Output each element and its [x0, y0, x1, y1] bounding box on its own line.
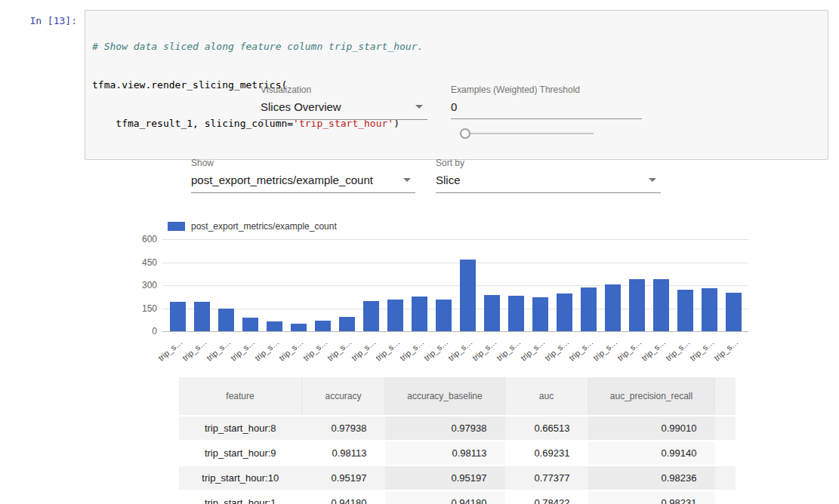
bar[interactable]: [218, 309, 234, 331]
bar[interactable]: [629, 279, 645, 331]
metric-cell: 0.99140: [588, 441, 715, 466]
table-header-row: featureaccuracyaccuracy_baselineaucauc_p…: [179, 377, 736, 416]
metric-cell: 0.1111: [715, 416, 736, 441]
column-header: auc: [505, 377, 588, 416]
legend-swatch: [168, 222, 185, 231]
y-tick-label: 450: [121, 257, 157, 268]
metric-cell: 0.94180: [385, 490, 505, 504]
code-text: tfma.view.render_slicing_metrics(: [92, 79, 287, 91]
code-comment: # Show data sliced along feature column …: [92, 41, 423, 52]
chart-y-axis: 0150300450600: [121, 239, 157, 331]
bar[interactable]: [702, 288, 717, 331]
bar[interactable]: [291, 324, 307, 331]
metric-cell: 0.98113: [302, 441, 385, 466]
slider-track[interactable]: [469, 133, 594, 134]
column-header: feature: [179, 377, 302, 416]
bar[interactable]: [557, 293, 572, 331]
metric-cell: 0.1901: [715, 490, 736, 504]
threshold-input[interactable]: 0: [451, 98, 642, 119]
chevron-down-icon: [649, 178, 656, 182]
bar[interactable]: [605, 284, 621, 331]
bar[interactable]: [267, 321, 282, 331]
metrics-table: featureaccuracyaccuracy_baselineaucauc_p…: [179, 377, 736, 504]
table-body: trip_start_hour:80.979380.979380.665130.…: [179, 416, 736, 504]
chart-bars: [170, 239, 742, 331]
y-tick-label: 0: [121, 326, 157, 337]
y-tick-label: 600: [121, 234, 157, 244]
cell-prompt: In [13]:: [0, 10, 85, 160]
slider-knob[interactable]: [460, 128, 470, 139]
threshold-control: Examples (Weighted) Threshold 0: [451, 85, 642, 119]
bar[interactable]: [170, 302, 186, 331]
chevron-down-icon: [403, 178, 411, 182]
metric-cell: 0.66513: [505, 416, 588, 441]
metric-cell: 0.98113: [385, 441, 505, 466]
table-row: trip_start_hour:90.981130.981130.692310.…: [179, 441, 736, 466]
metric-cell: 0.95197: [302, 466, 385, 490]
bar[interactable]: [436, 300, 452, 331]
legend-label: post_export_metrics/example_count: [191, 221, 337, 232]
metric-cell: 0.78422: [505, 490, 588, 504]
metric-cell: 0.97938: [302, 416, 385, 441]
gridline: [162, 331, 748, 332]
bar[interactable]: [315, 321, 331, 331]
code-line: # Show data sliced along feature column …: [92, 40, 821, 53]
chart-legend: post_export_metrics/example_count: [168, 221, 337, 232]
threshold-slider[interactable]: [460, 128, 594, 139]
bar[interactable]: [677, 290, 693, 331]
bar[interactable]: [653, 279, 669, 331]
metric-cell: 0.0892: [715, 441, 736, 466]
page: In [13]: # Show data sliced along featur…: [0, 0, 839, 504]
visualization-select[interactable]: Slices Overview: [261, 98, 427, 120]
metric-cell: 0.98231: [588, 490, 715, 504]
bar[interactable]: [581, 287, 597, 331]
show-value: post_export_metrics/example_count: [191, 174, 373, 186]
table-row: trip_start_hour:80.979380.979380.665130.…: [179, 416, 736, 441]
sort-by-value: Slice: [436, 174, 461, 186]
bar[interactable]: [242, 318, 258, 331]
metric-cell: 0.94180: [302, 490, 385, 504]
column-header: accuracy: [302, 377, 385, 416]
show-select[interactable]: post_export_metrics/example_count: [191, 171, 415, 193]
y-tick-label: 300: [121, 280, 157, 290]
bar[interactable]: [484, 295, 500, 331]
sort-by-select[interactable]: Slice: [436, 171, 661, 193]
metric-cell: 0.69231: [505, 441, 588, 466]
bar-chart: [162, 239, 748, 331]
visualization-value: Slices Overview: [261, 100, 341, 113]
bar[interactable]: [194, 302, 210, 331]
threshold-label: Examples (Weighted) Threshold: [451, 85, 642, 95]
chevron-down-icon: [415, 105, 423, 109]
metric-cell: 0.77377: [505, 466, 588, 490]
bar[interactable]: [460, 260, 476, 331]
bar[interactable]: [339, 317, 355, 331]
metrics-table-container: featureaccuracyaccuracy_baselineaucauc_p…: [179, 377, 736, 504]
bar[interactable]: [532, 297, 548, 331]
metric-cell: 0.95197: [385, 466, 505, 490]
feature-cell: trip_start_hour:1: [179, 490, 302, 504]
bar[interactable]: [412, 297, 427, 331]
show-label: Show: [191, 158, 415, 168]
metric-cell: 0.1541: [715, 466, 736, 490]
column-header: auc_precision_recall: [588, 377, 715, 416]
chart-x-axis: trip_s…trip_s…trip_s…trip_s…trip_s…trip_…: [162, 333, 759, 366]
column-header: average_loss: [715, 377, 736, 416]
feature-cell: trip_start_hour:10: [179, 466, 302, 490]
metric-cell: 0.99010: [588, 416, 715, 441]
y-tick-label: 150: [121, 303, 157, 314]
table-row: trip_start_hour:10.941800.941800.784220.…: [179, 490, 736, 504]
visualization-label: Visualization: [261, 85, 427, 95]
visualization-control: Visualization Slices Overview: [261, 85, 427, 120]
bar[interactable]: [363, 301, 379, 331]
bar[interactable]: [726, 293, 742, 331]
column-header: accuracy_baseline: [385, 377, 505, 416]
feature-cell: trip_start_hour:9: [179, 441, 302, 466]
sort-by-label: Sort by: [436, 158, 661, 168]
metric-cell: 0.98236: [588, 466, 715, 490]
metric-cell: 0.97938: [385, 416, 505, 441]
sort-by-control: Sort by Slice: [436, 158, 661, 193]
bar[interactable]: [508, 296, 524, 331]
bar[interactable]: [387, 300, 403, 331]
feature-cell: trip_start_hour:8: [179, 416, 302, 441]
show-control: Show post_export_metrics/example_count: [191, 158, 415, 193]
